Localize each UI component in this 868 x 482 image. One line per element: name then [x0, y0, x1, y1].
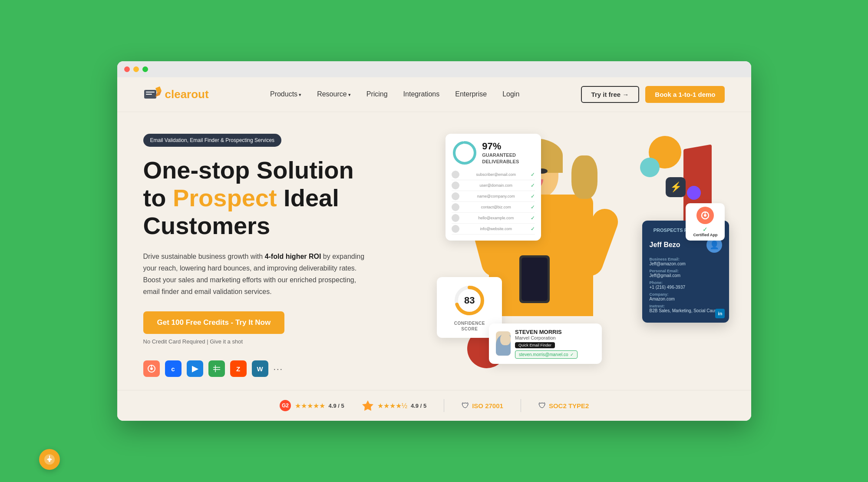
nav-actions: Try it free → Book a 1-to-1 demo [581, 86, 725, 103]
svg-text:G2: G2 [282, 403, 289, 409]
profile-interest: Inetrest: B2B Sales, Marketing, Social C… [649, 304, 722, 313]
nav-item-integrations[interactable]: Integrations [403, 90, 440, 98]
capterra-logo [362, 399, 374, 412]
svg-point-13 [454, 142, 475, 163]
more-integrations[interactable]: ··· [274, 364, 284, 374]
logo[interactable]: clearout [143, 86, 209, 102]
hero-left: Email Validation, Email Finder & Prospec… [143, 134, 446, 377]
page-content: clearout Products Resource Pricing Integ… [117, 77, 751, 421]
confidence-label: CONFIDENCE SCORE [445, 320, 494, 332]
nav-item-login[interactable]: Login [502, 90, 519, 98]
lightning-badge: ⚡ [666, 177, 686, 197]
deliverables-card: 97% GUARANTEED DELIVERABLES subscriber@e… [446, 134, 541, 241]
svg-point-6 [150, 367, 153, 370]
svg-rect-2 [146, 94, 152, 95]
hero-right: ⚡ 97% GUARANTEED DELIVERABLES [446, 134, 725, 377]
profile-company: Company: Amazon.com [649, 292, 722, 301]
nav-item-enterprise[interactable]: Enterprise [455, 90, 487, 98]
navbar: clearout Products Resource Pricing Integ… [117, 77, 751, 112]
stat-divider-1 [444, 399, 444, 412]
svg-point-17 [704, 214, 706, 217]
minimize-button[interactable] [133, 66, 139, 72]
capterra-score: 4.9 / 5 [411, 403, 426, 409]
g2-score: 4.9 / 5 [329, 403, 344, 409]
hubspot-checkmark: ✓ [691, 226, 719, 233]
integrations-row: c ▶ Z W ··· [143, 360, 446, 377]
linkedin-icon[interactable]: in [715, 309, 725, 318]
cta-button[interactable]: Get 100 Free Credits - Try It Now [143, 311, 285, 334]
sheets-integration-icon[interactable] [208, 360, 225, 377]
profile-phone: Phone: +1 (216) 496-3937 [649, 281, 722, 290]
crunchbase-integration-icon[interactable]: c [165, 360, 182, 377]
teal-small-circle [640, 158, 660, 177]
close-button[interactable] [124, 66, 130, 72]
steven-info: STEVEN MORRIS Marvel Corporation Quick E… [515, 329, 595, 359]
hero-section: Email Validation, Email Finder & Prospec… [117, 112, 751, 390]
try-free-button[interactable]: Try it free → [581, 86, 640, 103]
sendgrid-integration-icon[interactable]: ▶ [187, 360, 203, 377]
svg-rect-1 [146, 92, 155, 92]
logo-text: clearout [165, 88, 209, 101]
hero-visual: ⚡ 97% GUARANTEED DELIVERABLES [446, 134, 725, 373]
hero-description: Drive sustainable business growth with 4… [143, 251, 369, 298]
svg-point-23 [49, 460, 50, 462]
nav-item-products[interactable]: Products [270, 90, 301, 98]
zapier-integration-icon[interactable]: Z [230, 360, 247, 377]
steven-card: STEVEN MORRIS Marvel Corporation Quick E… [489, 324, 602, 364]
profile-biz-email: Business Email: Jeff@amazon.com [649, 257, 722, 266]
nav-item-pricing[interactable]: Pricing [366, 90, 388, 98]
hubspot-icon [696, 207, 714, 224]
svg-marker-21 [362, 400, 373, 411]
logo-icon [143, 86, 162, 102]
cta-subtext: No Credit Card Required | Give it a shot [143, 338, 446, 345]
hubspot-badge: ✓ Certified App [686, 203, 725, 241]
g2-logo: G2 [279, 399, 291, 412]
tag-badge: Email Validation, Email Finder & Prospec… [143, 134, 282, 147]
iso-shield-icon: 🛡 [462, 401, 469, 410]
svg-rect-8 [213, 365, 220, 372]
stat-divider-2 [521, 399, 521, 412]
hero-heading: One-stop Solution to Prospect Ideal Cust… [143, 156, 446, 240]
iso-badge: 🛡 ISO 27001 [462, 401, 503, 410]
book-demo-button[interactable]: Book a 1-to-1 demo [645, 86, 725, 103]
deliverables-donut [452, 140, 478, 166]
wordpress-integration-icon[interactable]: W [252, 360, 268, 377]
nav-links: Products Resource Pricing Integrations E… [270, 90, 519, 98]
iso-text: ISO 27001 [472, 402, 503, 409]
capterra-stars: ★★★★½ [377, 402, 407, 410]
soc2-shield-icon: 🛡 [538, 401, 546, 410]
soc2-badge: 🛡 SOC2 TYPE2 [538, 401, 589, 410]
email-list: subscriber@email.com✓ user@domain.com✓ n… [452, 169, 535, 234]
profile-personal-email: Personal Email: Jeff@gmail.com [649, 269, 722, 278]
deliverable-percent: 97% [482, 141, 519, 152]
soc2-text: SOC2 TYPE2 [549, 402, 589, 409]
maximize-button[interactable] [142, 66, 148, 72]
footer-stats: G2 ★★★★★ 4.9 / 5 ★★★★½ 4.9 / 5 🛡 ISO 270… [117, 390, 751, 421]
g2-stars: ★★★★★ [295, 402, 325, 410]
browser-window: clearout Products Resource Pricing Integ… [117, 61, 751, 421]
capterra-rating: ★★★★½ 4.9 / 5 [362, 399, 426, 412]
purple-circle [687, 186, 701, 200]
hubspot-label: Certified App [691, 233, 719, 237]
steven-avatar [496, 331, 511, 356]
nav-item-resource[interactable]: Resource [317, 90, 351, 98]
deliverable-label: GUARANTEED DELIVERABLES [482, 152, 519, 165]
g2-rating: G2 ★★★★★ 4.9 / 5 [279, 399, 344, 412]
browser-chrome [117, 61, 751, 77]
steven-email: steven.morris@marvel.co ✓ [515, 350, 578, 359]
hubspot-integration-icon[interactable] [143, 360, 160, 377]
chat-badge[interactable] [39, 449, 60, 470]
